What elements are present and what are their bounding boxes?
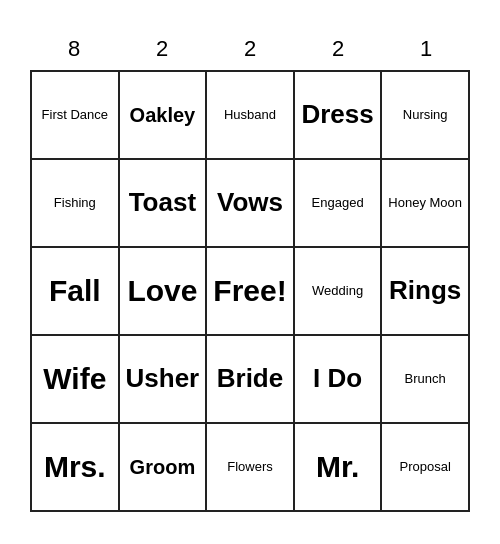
cell-text-0-0: First Dance [42, 107, 108, 123]
cell-2-4: Rings [382, 248, 470, 336]
cell-3-4: Brunch [382, 336, 470, 424]
cell-text-4-3: Mr. [316, 449, 359, 485]
cell-text-0-3: Dress [301, 99, 373, 130]
cell-text-0-4: Nursing [403, 107, 448, 123]
cell-text-2-4: Rings [389, 275, 461, 306]
cell-text-3-3: I Do [313, 363, 362, 394]
cell-4-3: Mr. [295, 424, 383, 512]
cell-4-1: Groom [120, 424, 208, 512]
header-row: 82221 [30, 32, 470, 66]
cell-4-2: Flowers [207, 424, 295, 512]
header-col-3: 2 [294, 32, 382, 66]
cell-1-1: Toast [120, 160, 208, 248]
header-col-4: 1 [382, 32, 470, 66]
cell-3-1: Usher [120, 336, 208, 424]
bingo-grid: First DanceOakleyHusbandDressNursingFish… [30, 70, 470, 512]
cell-2-2: Free! [207, 248, 295, 336]
cell-text-0-1: Oakley [130, 103, 196, 127]
cell-1-4: Honey Moon [382, 160, 470, 248]
header-col-0: 8 [30, 32, 118, 66]
cell-text-2-2: Free! [213, 273, 286, 309]
cell-text-4-0: Mrs. [44, 449, 106, 485]
cell-text-1-2: Vows [217, 187, 283, 218]
cell-0-4: Nursing [382, 72, 470, 160]
bingo-card: 82221 First DanceOakleyHusbandDressNursi… [20, 22, 480, 522]
cell-text-2-0: Fall [49, 273, 101, 309]
cell-text-3-4: Brunch [405, 371, 446, 387]
cell-text-0-2: Husband [224, 107, 276, 123]
cell-text-4-4: Proposal [400, 459, 451, 475]
cell-text-1-3: Engaged [312, 195, 364, 211]
cell-3-0: Wife [32, 336, 120, 424]
cell-4-4: Proposal [382, 424, 470, 512]
cell-text-2-1: Love [127, 273, 197, 309]
cell-text-3-0: Wife [43, 361, 106, 397]
cell-2-1: Love [120, 248, 208, 336]
cell-0-0: First Dance [32, 72, 120, 160]
cell-text-4-2: Flowers [227, 459, 273, 475]
cell-0-1: Oakley [120, 72, 208, 160]
cell-text-1-1: Toast [129, 187, 196, 218]
cell-1-3: Engaged [295, 160, 383, 248]
cell-0-2: Husband [207, 72, 295, 160]
cell-4-0: Mrs. [32, 424, 120, 512]
cell-3-3: I Do [295, 336, 383, 424]
cell-2-3: Wedding [295, 248, 383, 336]
cell-1-0: Fishing [32, 160, 120, 248]
cell-text-3-1: Usher [126, 363, 200, 394]
cell-text-1-4: Honey Moon [388, 195, 462, 211]
cell-text-2-3: Wedding [312, 283, 363, 299]
cell-2-0: Fall [32, 248, 120, 336]
cell-1-2: Vows [207, 160, 295, 248]
cell-0-3: Dress [295, 72, 383, 160]
header-col-1: 2 [118, 32, 206, 66]
cell-text-3-2: Bride [217, 363, 283, 394]
header-col-2: 2 [206, 32, 294, 66]
cell-3-2: Bride [207, 336, 295, 424]
cell-text-4-1: Groom [130, 455, 196, 479]
cell-text-1-0: Fishing [54, 195, 96, 211]
